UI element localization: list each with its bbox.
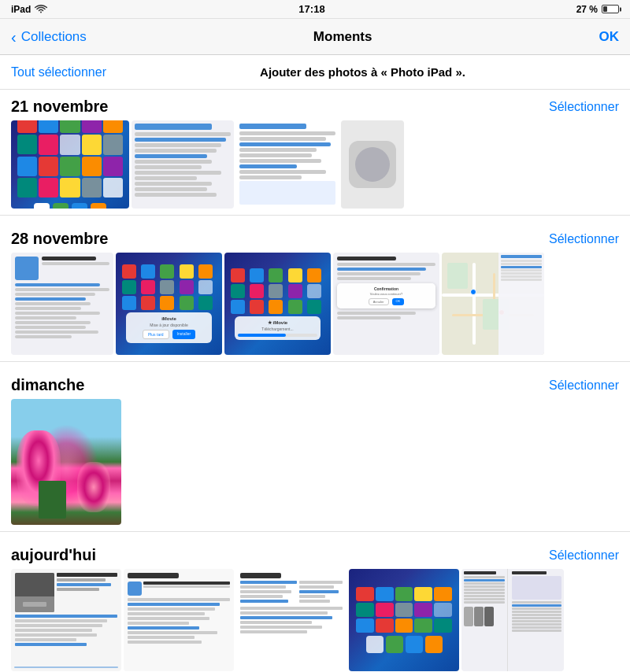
photo-thumb[interactable]: ★ iMovie Téléchargement... [224, 253, 331, 355]
moment-section-aujourd-hui: aujourd'hui Sélectionner [0, 538, 630, 671]
photo-grid-28-novembre: iMovie Mise à jour disponible Plus tard … [0, 253, 630, 355]
photo-thumb[interactable] [461, 569, 564, 671]
moment-date-21-novembre: 21 novembre [11, 98, 108, 116]
photo-grid-21-novembre [0, 120, 630, 209]
photo-thumb[interactable] [349, 569, 459, 671]
moment-select-dimanche[interactable]: Sélectionner [549, 378, 619, 393]
photo-thumb[interactable] [442, 253, 544, 355]
photo-thumb[interactable] [236, 120, 339, 209]
photo-grid-dimanche [0, 399, 630, 525]
moment-section-28-novembre: 28 novembre Sélectionner [0, 222, 630, 355]
moment-header-28-novembre: 28 novembre Sélectionner [0, 222, 630, 253]
divider [0, 215, 630, 216]
status-left: iPad [11, 4, 47, 15]
photo-thumb[interactable] [132, 120, 234, 209]
moment-header-dimanche: dimanche Sélectionner [0, 368, 630, 399]
moment-header-aujourd-hui: aujourd'hui Sélectionner [0, 538, 630, 569]
moment-header-21-novembre: 21 novembre Sélectionner [0, 90, 630, 120]
photo-thumb[interactable] [11, 120, 129, 209]
moment-select-21-novembre[interactable]: Sélectionner [549, 100, 619, 114]
photo-grid-aujourd-hui [0, 569, 630, 671]
status-bar: iPad 17:18 27 % [0, 0, 630, 19]
photo-thumb[interactable] [11, 569, 121, 671]
wifi-icon [35, 5, 47, 14]
moment-select-aujourd-hui[interactable]: Sélectionner [549, 548, 619, 563]
battery-icon-container [602, 5, 619, 13]
photo-thumb[interactable]: Confirmation Voulez-vous continuer? Annu… [333, 253, 439, 355]
chevron-left-icon: ‹ [11, 29, 17, 45]
back-button[interactable]: ‹ Collections [11, 29, 87, 45]
sub-header-title: Ajouter des photos à « Photo iPad ». [106, 65, 619, 79]
sub-header: Tout sélectionner Ajouter des photos à «… [0, 55, 630, 90]
content-area: 21 novembre Sélectionner [0, 90, 630, 672]
divider [0, 531, 630, 532]
photo-thumb[interactable] [236, 569, 346, 671]
status-time: 17:18 [298, 3, 324, 15]
photo-thumb[interactable] [11, 253, 113, 355]
nav-title: Moments [313, 29, 372, 45]
back-label: Collections [21, 29, 87, 45]
battery-fill [603, 6, 607, 12]
moment-section-dimanche: dimanche Sélectionner [0, 368, 630, 525]
battery-label: 27 % [576, 4, 598, 15]
photo-thumb[interactable] [11, 399, 121, 525]
moment-date-28-novembre: 28 novembre [11, 230, 108, 248]
moment-date-dimanche: dimanche [11, 376, 84, 394]
moment-date-aujourd-hui: aujourd'hui [11, 546, 96, 564]
photo-thumb[interactable]: iMovie Mise à jour disponible Plus tard … [116, 253, 222, 355]
carrier-label: iPad [11, 4, 31, 15]
battery-icon [602, 5, 619, 13]
select-all-button[interactable]: Tout sélectionner [11, 65, 106, 79]
divider [0, 361, 630, 362]
nav-bar: ‹ Collections Moments OK [0, 19, 630, 55]
ok-button[interactable]: OK [598, 29, 619, 45]
status-right: 27 % [576, 4, 619, 15]
moment-section-21-novembre: 21 novembre Sélectionner [0, 90, 630, 209]
photo-thumb[interactable] [341, 120, 404, 209]
photo-thumb[interactable] [124, 569, 234, 671]
moment-select-28-novembre[interactable]: Sélectionner [549, 232, 619, 246]
